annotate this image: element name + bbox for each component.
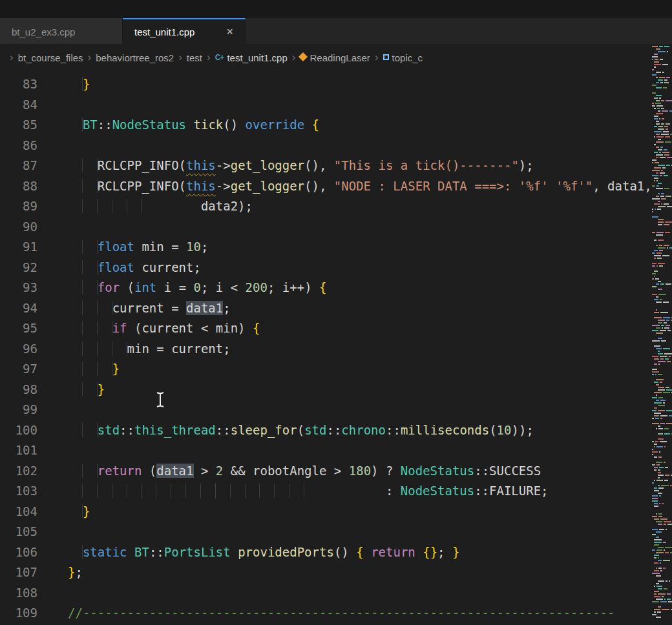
code-line[interactable]: 95 if (current < min) { [0,318,651,339]
code-text: BT::NodeStatus tick() override { [68,115,319,136]
breadcrumb-item-behaviortree-ros2[interactable]: behaviortree_ros2 [96,52,174,63]
code-line[interactable]: 96 min = current; [0,339,651,360]
tab-test-unit1-cpp[interactable]: test_unit1.cpp × [123,18,246,44]
chevron-right-icon: › [10,51,14,64]
code-text: float current; [68,258,201,278]
code-text: min = current; [68,339,231,360]
code-text: RCLCPP_INFO(this->get_logger(), "This is… [68,156,534,176]
code-text: //--------------------------------------… [68,603,614,624]
code-text: data2); [68,196,253,217]
code-line[interactable]: 83 } [0,74,651,95]
editor-tab-bar: bt_u2_ex3.cpp test_unit1.cpp × [0,18,672,44]
line-number[interactable]: 94 [0,298,37,319]
line-number[interactable]: 92 [0,258,37,278]
code-text: current = data1; [68,298,231,319]
code-line[interactable]: 92 float current; [0,258,651,278]
code-line[interactable]: 84 [0,95,651,116]
line-number[interactable]: 86 [0,136,37,156]
chevron-right-icon: › [207,51,211,64]
code-text: for (int i = 0; i < 200; i++) { [68,278,326,298]
cpp-file-icon: C+ [215,53,224,62]
code-line[interactable]: 104 } [0,502,651,522]
code-line[interactable]: 94 current = data1; [0,298,651,319]
line-number[interactable]: 97 [0,359,37,380]
code-line[interactable]: 93 for (int i = 0; i < 200; i++) { [0,278,651,298]
code-text: : NodeStatus::FAILURE; [68,481,549,502]
line-number[interactable]: 108 [0,583,37,604]
symbol-field-icon [383,54,389,60]
code-line[interactable]: 101 [0,440,651,461]
code-line[interactable]: 99 [0,400,651,420]
close-icon[interactable]: × [216,26,233,37]
line-number[interactable]: 107 [0,562,37,583]
line-number[interactable]: 104 [0,502,37,522]
line-number[interactable]: 89 [0,196,37,217]
code-text: } [68,380,105,400]
code-line[interactable]: 90 [0,217,651,238]
breadcrumb-item-topic[interactable]: topic_c [392,52,423,63]
code-text: return (data1 > 2 && robotAngle > 180) ?… [68,461,541,482]
code-text: float min = 10; [68,237,208,258]
title-bar [0,0,672,18]
vscode-window: bt_u2_ex3.cpp test_unit1.cpp × › bt_cour… [0,0,672,625]
symbol-class-icon [299,52,308,61]
line-number[interactable]: 90 [0,217,37,238]
code-line[interactable]: 109//-----------------------------------… [0,603,651,624]
minimap[interactable] [651,44,672,625]
code-line[interactable]: 105 [0,522,651,542]
code-line[interactable]: 106 static BT::PortsList providedPorts()… [0,542,651,563]
code-lines: 83 }8485 BT::NodeStatus tick() override … [0,74,651,624]
line-number[interactable]: 85 [0,115,37,136]
code-text: } [68,359,120,380]
breadcrumb-item-bt-course-files[interactable]: bt_course_files [18,52,83,63]
breadcrumb-item-test[interactable]: test [187,52,202,63]
code-line[interactable]: 91 float min = 10; [0,237,651,258]
line-number[interactable]: 99 [0,400,37,420]
line-number[interactable]: 88 [0,176,37,197]
code-line[interactable]: 98 } [0,380,651,400]
line-number[interactable]: 84 [0,95,37,116]
code-line[interactable]: 87 RCLCPP_INFO(this->get_logger(), "This… [0,156,651,176]
line-number[interactable]: 100 [0,420,37,441]
code-line[interactable]: 107}; [0,562,651,583]
breadcrumb-item-test-unit1-cpp[interactable]: test_unit1.cpp [227,52,287,63]
line-number[interactable]: 87 [0,156,37,176]
code-text: } [68,502,90,522]
line-number[interactable]: 91 [0,237,37,258]
line-number[interactable]: 98 [0,380,37,400]
tab-label: test_unit1.cpp [134,26,194,37]
chevron-right-icon: › [88,51,92,64]
line-number[interactable]: 96 [0,339,37,360]
code-text: } [68,74,90,95]
code-line[interactable]: 102 return (data1 > 2 && robotAngle > 18… [0,461,651,482]
code-line[interactable]: 88 RCLCPP_INFO(this->get_logger(), "NODE… [0,176,651,197]
tab-bt-u2-ex3-cpp[interactable]: bt_u2_ex3.cpp [0,18,123,44]
chevron-right-icon: › [178,51,182,64]
breadcrumb-item-readinglaser[interactable]: ReadingLaser [310,52,370,63]
tab-label: bt_u2_ex3.cpp [12,26,75,37]
code-line[interactable]: 97 } [0,359,651,380]
line-number[interactable]: 93 [0,278,37,298]
line-number[interactable]: 109 [0,603,37,624]
line-number[interactable]: 102 [0,461,37,482]
code-line[interactable]: 86 [0,136,651,156]
code-text: static BT::PortsList providedPorts() { r… [68,542,459,563]
breadcrumb: › bt_course_files › behaviortree_ros2 › … [0,44,651,71]
chevron-right-icon: › [375,51,379,64]
line-number[interactable]: 101 [0,440,37,461]
chevron-right-icon: › [292,51,296,64]
code-editor[interactable]: 83 }8485 BT::NodeStatus tick() override … [0,71,651,625]
code-text: if (current < min) { [68,318,260,339]
code-text: RCLCPP_INFO(this->get_logger(), "NODE : … [68,176,651,197]
code-text: }; [68,562,83,583]
line-number[interactable]: 83 [0,74,37,95]
code-line[interactable]: 100 std::this_thread::sleep_for(std::chr… [0,420,651,441]
line-number[interactable]: 95 [0,318,37,339]
code-line[interactable]: 108 [0,583,651,604]
code-line[interactable]: 89 data2); [0,196,651,217]
code-line[interactable]: 85 BT::NodeStatus tick() override { [0,115,651,136]
line-number[interactable]: 105 [0,522,37,542]
code-line[interactable]: 103 : NodeStatus::FAILURE; [0,481,651,502]
line-number[interactable]: 106 [0,542,37,563]
line-number[interactable]: 103 [0,481,37,502]
